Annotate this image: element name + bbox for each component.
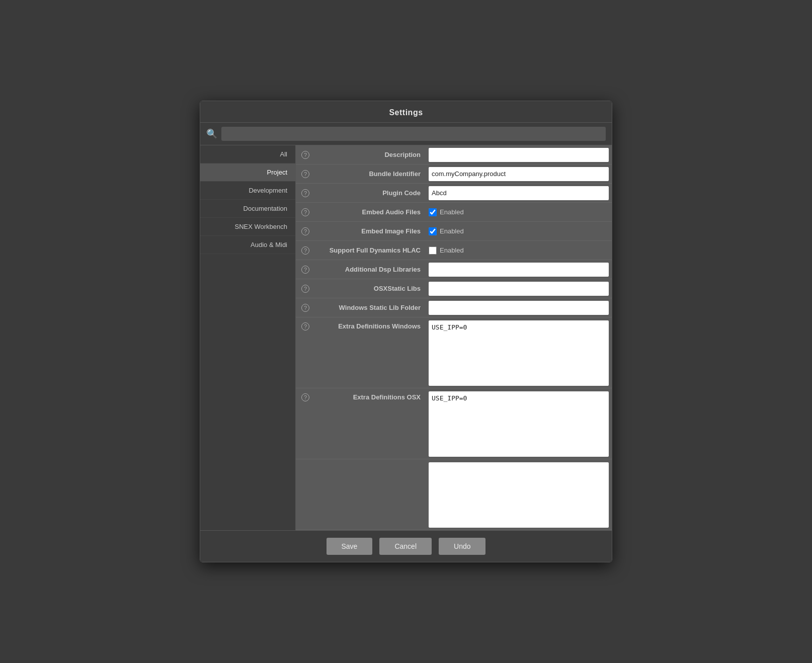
checkbox-embed-audio[interactable] bbox=[429, 208, 437, 216]
value-windows-static-lib bbox=[426, 299, 612, 317]
row-extra-def-osx: ? Extra Definitions OSX USE_IPP=0 bbox=[296, 388, 612, 459]
input-windows-static-lib[interactable] bbox=[429, 301, 609, 315]
label-osx-static-libs: OSXStatic Libs bbox=[315, 285, 426, 292]
sidebar-item-documentation[interactable]: Documentation bbox=[200, 200, 295, 218]
label-plugin-code: Plugin Code bbox=[315, 189, 426, 197]
row-plugin-code: ? Plugin Code bbox=[296, 184, 612, 203]
help-hlac[interactable]: ? bbox=[296, 246, 315, 255]
help-additional-dsp[interactable]: ? bbox=[296, 266, 315, 274]
value-osx-static-libs bbox=[426, 280, 612, 298]
input-bundle-id[interactable] bbox=[429, 167, 609, 181]
search-input[interactable] bbox=[221, 127, 606, 141]
help-plugin-code[interactable]: ? bbox=[296, 189, 315, 197]
save-button[interactable]: Save bbox=[327, 538, 373, 555]
label-embed-audio: Embed Audio Files bbox=[315, 208, 426, 216]
row-bundle-id: ? Bundle Identifier bbox=[296, 164, 612, 184]
value-bundle-id bbox=[426, 165, 612, 183]
row-extra-def-blank bbox=[296, 459, 612, 530]
search-bar: 🔍 bbox=[200, 123, 612, 145]
label-extra-def-osx: Extra Definitions OSX bbox=[315, 388, 426, 401]
sidebar-item-snex-workbench[interactable]: SNEX Workbench bbox=[200, 218, 295, 236]
row-hlac: ? Support Full Dynamics HLAC Enabled bbox=[296, 241, 612, 260]
sidebar-item-all[interactable]: All bbox=[200, 145, 295, 163]
input-plugin-code[interactable] bbox=[429, 186, 609, 200]
help-embed-audio[interactable]: ? bbox=[296, 208, 315, 216]
row-extra-def-windows: ? Extra Definitions Windows USE_IPP=0 bbox=[296, 317, 612, 388]
sidebar-item-project[interactable]: Project bbox=[200, 163, 295, 182]
sidebar: All Project Development Documentation SN… bbox=[200, 145, 296, 530]
label-description: Description bbox=[315, 151, 426, 158]
help-extra-def-osx[interactable]: ? bbox=[296, 388, 315, 401]
value-extra-def-blank bbox=[426, 459, 612, 530]
dialog-title: Settings bbox=[200, 108, 612, 117]
input-additional-dsp[interactable] bbox=[429, 263, 609, 277]
value-additional-dsp bbox=[426, 261, 612, 279]
value-extra-def-windows: USE_IPP=0 bbox=[426, 317, 612, 388]
sidebar-item-audio-midi[interactable]: Audio & Midi bbox=[200, 236, 295, 254]
value-plugin-code bbox=[426, 184, 612, 202]
help-osx-static-libs[interactable]: ? bbox=[296, 285, 315, 293]
label-extra-def-blank bbox=[315, 459, 426, 464]
help-embed-image[interactable]: ? bbox=[296, 227, 315, 235]
title-bar: Settings bbox=[200, 101, 612, 123]
value-hlac: Enabled bbox=[426, 244, 612, 257]
undo-button[interactable]: Undo bbox=[439, 538, 485, 555]
input-description[interactable] bbox=[429, 148, 609, 162]
row-additional-dsp: ? Additional Dsp Libraries bbox=[296, 260, 612, 279]
row-embed-image: ? Embed Image Files Enabled bbox=[296, 222, 612, 241]
checkbox-hlac[interactable] bbox=[429, 246, 437, 255]
row-osx-static-libs: ? OSXStatic Libs bbox=[296, 279, 612, 298]
search-icon: 🔍 bbox=[206, 128, 217, 139]
checkbox-embed-audio-label: Enabled bbox=[440, 208, 464, 216]
help-extra-def-blank bbox=[296, 459, 315, 464]
label-hlac: Support Full Dynamics HLAC bbox=[315, 246, 426, 254]
row-embed-audio: ? Embed Audio Files Enabled bbox=[296, 203, 612, 222]
textarea-extra-def-osx[interactable]: USE_IPP=0 bbox=[429, 391, 609, 457]
label-embed-image: Embed Image Files bbox=[315, 227, 426, 235]
help-windows-static-lib[interactable]: ? bbox=[296, 304, 315, 312]
checkbox-hlac-label: Enabled bbox=[440, 246, 464, 254]
cancel-button[interactable]: Cancel bbox=[379, 538, 432, 555]
value-extra-def-osx: USE_IPP=0 bbox=[426, 388, 612, 459]
sidebar-item-development[interactable]: Development bbox=[200, 182, 295, 200]
textarea-extra-def-blank[interactable] bbox=[429, 462, 609, 528]
checkbox-embed-image-label: Enabled bbox=[440, 227, 464, 235]
label-extra-def-windows: Extra Definitions Windows bbox=[315, 317, 426, 330]
input-osx-static-libs[interactable] bbox=[429, 282, 609, 296]
help-extra-def-windows[interactable]: ? bbox=[296, 317, 315, 330]
row-windows-static-lib: ? Windows Static Lib Folder bbox=[296, 298, 612, 317]
label-windows-static-lib: Windows Static Lib Folder bbox=[315, 304, 426, 311]
content-area: All Project Development Documentation SN… bbox=[200, 145, 612, 530]
row-description: ? Description bbox=[296, 145, 612, 164]
settings-panel: ? Description ? Bundle Identifier ? Plug… bbox=[296, 145, 612, 530]
checkbox-embed-image[interactable] bbox=[429, 227, 437, 235]
bottom-bar: Save Cancel Undo bbox=[200, 530, 612, 562]
help-description[interactable]: ? bbox=[296, 151, 315, 159]
help-bundle-id[interactable]: ? bbox=[296, 170, 315, 178]
value-description bbox=[426, 146, 612, 164]
settings-dialog: Settings 🔍 All Project Development Docum… bbox=[200, 101, 612, 562]
value-embed-image: Enabled bbox=[426, 225, 612, 237]
value-embed-audio: Enabled bbox=[426, 206, 612, 218]
label-additional-dsp: Additional Dsp Libraries bbox=[315, 266, 426, 273]
textarea-extra-def-windows[interactable]: USE_IPP=0 bbox=[429, 320, 609, 386]
label-bundle-id: Bundle Identifier bbox=[315, 170, 426, 178]
